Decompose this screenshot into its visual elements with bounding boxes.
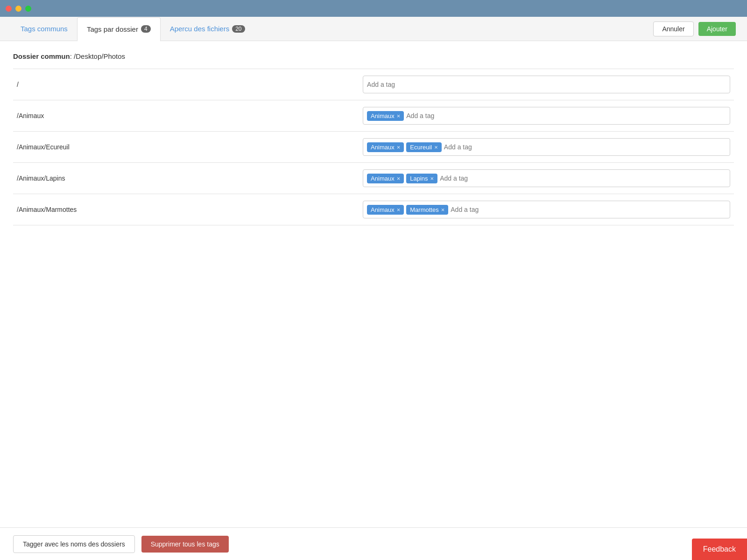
close-button[interactable] bbox=[6, 6, 12, 12]
supprimer-button[interactable]: Supprimer tous les tags bbox=[141, 536, 229, 553]
tagger-button[interactable]: Tagger avec les noms des dossiers bbox=[13, 535, 135, 553]
main-area: Tags communs Tags par dossier 4 Apercu d… bbox=[0, 17, 747, 237]
dossier-commun-label: Dossier commun bbox=[13, 52, 70, 60]
add-tag-input[interactable] bbox=[367, 81, 726, 88]
tab-tags-communs-label: Tags communs bbox=[21, 25, 68, 33]
tag-pill: Animaux× bbox=[367, 142, 404, 152]
tag-cell: Animaux×Ecureuil× bbox=[359, 132, 734, 163]
tag-cell: Animaux×Marmottes× bbox=[359, 194, 734, 225]
tag-remove-button[interactable]: × bbox=[397, 113, 401, 119]
tag-pill: Lapins× bbox=[406, 174, 437, 183]
tag-input-container[interactable]: Animaux×Ecureuil× bbox=[363, 138, 730, 156]
tag-cell: Animaux× bbox=[359, 100, 734, 132]
tag-label: Marmottes bbox=[410, 206, 438, 213]
tag-remove-button[interactable]: × bbox=[441, 207, 445, 213]
tag-remove-button[interactable]: × bbox=[430, 175, 434, 182]
tag-pill: Animaux× bbox=[367, 174, 404, 183]
header-buttons: Annuler Ajouter bbox=[653, 21, 736, 36]
tag-table: //AnimauxAnimaux×/Animaux/EcureuilAnimau… bbox=[13, 69, 734, 225]
tag-input-container[interactable]: Animaux×Lapins× bbox=[363, 169, 730, 187]
path-cell: /Animaux bbox=[13, 100, 359, 132]
dossier-commun-header: Dossier commun: /Desktop/Photos bbox=[13, 52, 734, 60]
add-tag-input[interactable] bbox=[444, 143, 726, 151]
path-cell: / bbox=[13, 69, 359, 100]
tag-pill: Animaux× bbox=[367, 205, 404, 215]
tag-label: Animaux bbox=[371, 206, 395, 213]
tag-pill: Animaux× bbox=[367, 111, 404, 121]
tab-tags-par-dossier-label: Tags par dossier bbox=[87, 25, 138, 33]
footer: Tagger avec les noms des dossiers Suppri… bbox=[0, 527, 747, 560]
tag-remove-button[interactable]: × bbox=[434, 144, 438, 150]
tag-remove-button[interactable]: × bbox=[397, 207, 401, 213]
tag-pill: Ecureuil× bbox=[406, 142, 442, 152]
tab-tags-communs[interactable]: Tags communs bbox=[11, 17, 77, 42]
tag-input-container[interactable]: Animaux× bbox=[363, 107, 730, 125]
tag-cell: Animaux×Lapins× bbox=[359, 163, 734, 194]
minimize-button[interactable] bbox=[15, 6, 21, 12]
add-tag-input[interactable] bbox=[440, 175, 726, 182]
tag-label: Ecureuil bbox=[410, 144, 432, 151]
content-area: Dossier commun: /Desktop/Photos //Animau… bbox=[0, 41, 747, 237]
path-cell: /Animaux/Lapins bbox=[13, 163, 359, 194]
tab-apercu-fichiers-badge: 20 bbox=[232, 25, 245, 33]
feedback-button[interactable]: Feedback bbox=[692, 539, 747, 560]
tab-apercu-fichiers-label: Apercu des fichiers bbox=[170, 25, 230, 33]
tab-tags-par-dossier[interactable]: Tags par dossier 4 bbox=[77, 17, 161, 42]
tab-bar: Tags communs Tags par dossier 4 Apercu d… bbox=[0, 17, 747, 41]
path-cell: /Animaux/Ecureuil bbox=[13, 132, 359, 163]
title-bar bbox=[0, 0, 747, 17]
add-tag-input[interactable] bbox=[406, 112, 726, 119]
tag-remove-button[interactable]: × bbox=[397, 144, 401, 150]
tag-label: Animaux bbox=[371, 175, 395, 182]
dossier-commun-path: : /Desktop/Photos bbox=[70, 52, 125, 60]
table-row: /Animaux/LapinsAnimaux×Lapins× bbox=[13, 163, 734, 194]
annuler-button[interactable]: Annuler bbox=[653, 21, 693, 36]
table-row: /Animaux/EcureuilAnimaux×Ecureuil× bbox=[13, 132, 734, 163]
ajouter-button[interactable]: Ajouter bbox=[698, 22, 736, 36]
table-row: /Animaux/MarmottesAnimaux×Marmottes× bbox=[13, 194, 734, 225]
tag-input-container[interactable] bbox=[363, 76, 730, 93]
table-row: /AnimauxAnimaux× bbox=[13, 100, 734, 132]
tag-label: Animaux bbox=[371, 144, 395, 151]
tab-tags-par-dossier-badge: 4 bbox=[141, 25, 151, 33]
tag-label: Animaux bbox=[371, 112, 395, 119]
tag-cell bbox=[359, 69, 734, 100]
tag-pill: Marmottes× bbox=[406, 205, 448, 215]
tag-input-container[interactable]: Animaux×Marmottes× bbox=[363, 201, 730, 218]
tab-apercu-fichiers[interactable]: Apercu des fichiers 20 bbox=[161, 17, 254, 42]
table-row: / bbox=[13, 69, 734, 100]
maximize-button[interactable] bbox=[25, 6, 31, 12]
tag-remove-button[interactable]: × bbox=[397, 175, 401, 182]
tag-label: Lapins bbox=[410, 175, 428, 182]
add-tag-input[interactable] bbox=[451, 206, 726, 213]
path-cell: /Animaux/Marmottes bbox=[13, 194, 359, 225]
